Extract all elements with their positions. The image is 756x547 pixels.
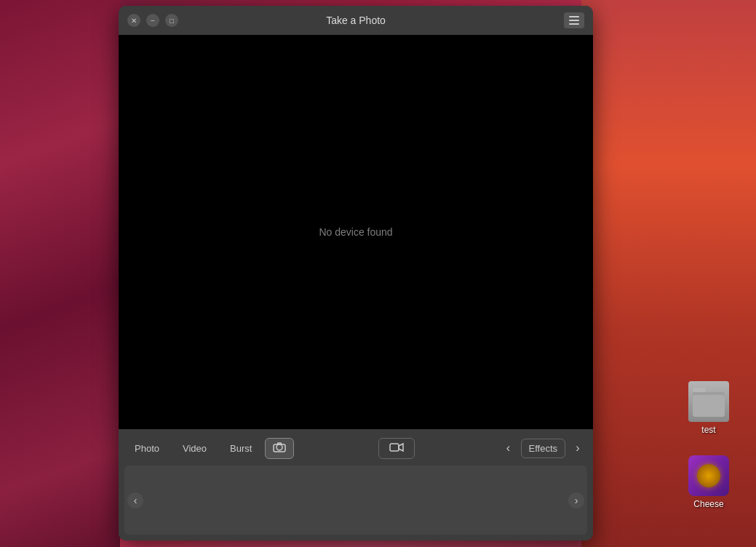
video-camera-icon (389, 442, 404, 455)
tab-burst[interactable]: Burst (220, 439, 262, 458)
close-button[interactable]: ✕ (127, 14, 140, 27)
svg-rect-1 (693, 388, 706, 392)
effects-section: ‹ Effects › (499, 439, 588, 458)
window-title: Take a Photo (326, 15, 386, 26)
app-window: ✕ − □ Take a Photo No device found Photo… (119, 6, 593, 540)
folder-icon-image (688, 381, 729, 422)
maximize-icon: □ (170, 17, 174, 25)
svg-point-3 (276, 444, 282, 450)
cheese-icon-label: Cheese (693, 499, 723, 509)
thumb-prev-icon: ‹ (134, 495, 138, 506)
camera-icon (273, 443, 286, 455)
mode-tabs-row: Photo Video Burst (119, 429, 593, 466)
tab-video[interactable]: Video (172, 439, 217, 458)
bottom-controls: Photo Video Burst (119, 429, 593, 540)
menu-line-3 (569, 23, 579, 25)
minimize-button[interactable]: − (146, 14, 159, 27)
desktop-icons-area: test Cheese (661, 0, 756, 512)
folder-icon-label: test (701, 425, 715, 435)
menu-line-2 (569, 20, 579, 21)
tab-photo[interactable]: Photo (124, 439, 170, 458)
svg-rect-5 (390, 444, 399, 451)
camera-viewport: No device found (119, 35, 593, 429)
thumbnail-prev-button[interactable]: ‹ (127, 492, 143, 508)
effects-button[interactable]: Effects (521, 439, 566, 458)
svg-rect-2 (693, 395, 725, 417)
maximize-button[interactable]: □ (165, 14, 178, 27)
desktop-icon-test[interactable]: test (683, 378, 735, 438)
no-device-message: No device found (319, 226, 392, 238)
effects-next-button[interactable]: › (568, 439, 587, 458)
thumbnail-next-button[interactable]: › (568, 492, 584, 508)
effects-prev-button[interactable]: ‹ (499, 439, 518, 458)
camera-switch-button[interactable] (378, 438, 415, 459)
thumbnail-strip: ‹ › (124, 466, 587, 535)
cheese-icon-image (688, 455, 729, 496)
close-icon: ✕ (131, 17, 137, 25)
minimize-icon: − (151, 17, 155, 25)
chevron-right-icon: › (576, 442, 579, 455)
menu-button[interactable] (564, 12, 584, 28)
chevron-left-icon: ‹ (506, 442, 510, 455)
window-controls: ✕ − □ (127, 14, 178, 27)
menu-line-1 (569, 16, 579, 17)
titlebar: ✕ − □ Take a Photo (119, 6, 593, 35)
thumb-next-icon: › (575, 495, 578, 506)
desktop-icon-cheese[interactable]: Cheese (683, 452, 735, 512)
thumbnail-area (146, 466, 565, 535)
camera-mode-icon-button[interactable] (265, 438, 294, 459)
folder-icon-svg (691, 386, 726, 417)
